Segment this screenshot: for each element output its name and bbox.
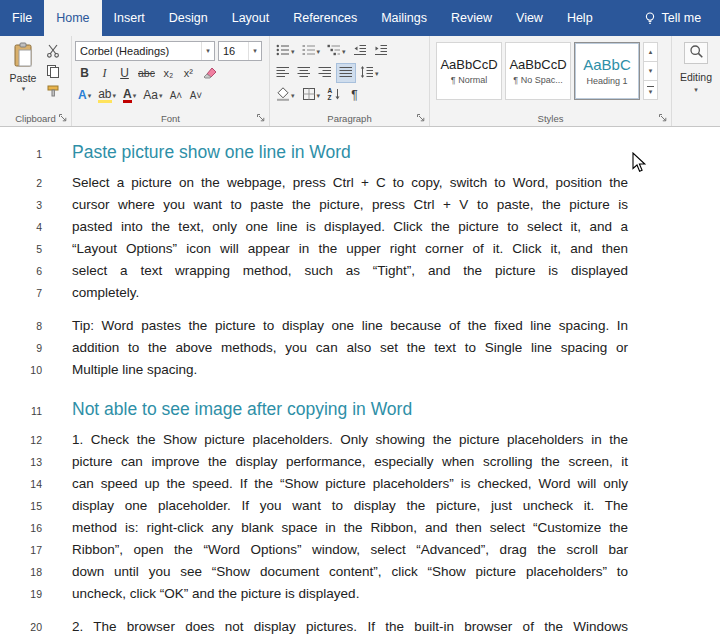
ribbon-tab[interactable]: Insert <box>102 0 157 36</box>
line-text[interactable]: select a text wrapping method, such as “… <box>72 260 628 282</box>
line-number: 11 <box>0 399 42 424</box>
ribbon-tab[interactable]: Mailings <box>369 0 439 36</box>
line-number: 16 <box>0 517 42 539</box>
line-text[interactable]: 1. Check the Show picture placeholders. … <box>72 429 628 451</box>
align-left-button[interactable] <box>273 63 293 83</box>
chevron-down-icon[interactable]: ▾ <box>248 42 261 60</box>
subscript-button[interactable]: x₂ <box>159 63 178 83</box>
justify-button[interactable] <box>336 63 356 83</box>
line-text[interactable]: “Layout Options” icon will appear in the… <box>72 238 628 260</box>
grow-font-button[interactable]: A˄ <box>166 85 185 105</box>
ribbon-tab-label: Home <box>56 11 89 25</box>
change-case-button[interactable]: Aa ▾ <box>140 85 165 105</box>
format-painter-icon <box>46 84 60 101</box>
line-text[interactable]: Multiple line spacing. <box>72 359 628 381</box>
more-styles-icon: ▾ <box>647 86 654 95</box>
borders-button[interactable]: ▾ <box>299 85 324 105</box>
line-spacing-icon <box>360 65 374 82</box>
line-text[interactable]: method is: right-click any blank space i… <box>72 517 628 539</box>
style-item[interactable]: AaBbCcD ¶ No Spac... <box>505 42 571 100</box>
ribbon-tab[interactable]: Layout <box>220 0 282 36</box>
ribbon-tab[interactable]: Home <box>44 0 101 36</box>
increase-indent-button[interactable] <box>371 41 391 61</box>
document-page[interactable]: 1 Paste picture show one line in Word 2 … <box>0 128 720 640</box>
cut-button[interactable] <box>43 44 63 60</box>
styles-scroll-up-button[interactable]: ▴ <box>643 42 658 62</box>
style-name: ¶ Normal <box>451 75 487 85</box>
line-number: 4 <box>0 216 42 238</box>
line-text[interactable]: Tip: Word pastes the picture to display … <box>72 315 628 337</box>
style-item[interactable]: AaBbC Heading 1 <box>574 42 640 100</box>
line-text[interactable]: pasted into the text, only one line is d… <box>72 216 628 238</box>
ribbon-tab[interactable]: Review <box>439 0 504 36</box>
bold-button[interactable]: B <box>75 63 94 83</box>
paste-button[interactable]: Paste ▾ <box>3 40 43 109</box>
line-number: 10 <box>0 359 42 381</box>
document-line: 5 “Layout Options” icon will appear in t… <box>0 238 720 260</box>
font-dialog-launcher[interactable] <box>255 112 267 124</box>
underline-button[interactable]: U <box>115 63 134 83</box>
font-color-button[interactable]: A ▾ <box>120 85 139 105</box>
numbered-list-button[interactable]: ▾ <box>299 41 324 61</box>
chevron-down-icon: ▾ <box>159 92 163 99</box>
ribbon-tab[interactable]: Help <box>555 0 605 36</box>
document-line: 20 2. The browser does not display pictu… <box>0 616 720 638</box>
ribbon-tab[interactable]: File <box>0 0 44 36</box>
lightbulb-icon <box>643 11 657 25</box>
line-text[interactable]: down until you see “Show document conten… <box>72 561 628 583</box>
sort-button[interactable]: AZ <box>324 85 344 105</box>
numbered-list-icon <box>302 43 316 60</box>
line-text[interactable]: picture can improve the display performa… <box>72 451 628 473</box>
shrink-font-button[interactable]: A˅ <box>186 85 205 105</box>
copy-button[interactable] <box>43 64 63 80</box>
tab-tell-me[interactable]: Tell me <box>631 0 714 36</box>
line-text[interactable]: Paste picture show one line in Word <box>72 140 628 165</box>
superscript-button[interactable]: x² <box>179 63 198 83</box>
styles-more-button[interactable]: ▾ <box>643 81 658 100</box>
font-size-combo[interactable]: 16 ▾ <box>218 41 262 61</box>
format-painter-button[interactable] <box>43 84 63 100</box>
line-text[interactable]: Not able to see image after copying in W… <box>72 397 628 422</box>
line-text[interactable]: display one placeholder. If you want to … <box>72 495 628 517</box>
ribbon-tab[interactable]: Design <box>157 0 220 36</box>
line-number: 20 <box>0 616 42 638</box>
chevron-down-icon[interactable]: ▾ <box>201 42 214 60</box>
highlight-color-button[interactable]: ab ▾ <box>95 85 119 105</box>
styles-scroll-down-button[interactable]: ▾ <box>643 62 658 81</box>
line-text[interactable]: can speed up the speed. If the “Show pic… <box>72 473 628 495</box>
style-item[interactable]: AaBbCcD ¶ Normal <box>436 42 502 100</box>
line-spacing-button[interactable]: ▾ <box>357 63 382 83</box>
show-paragraph-marks-button[interactable]: ¶ <box>345 85 364 105</box>
text-effects-button[interactable]: A ▾ <box>75 85 94 105</box>
line-number: 19 <box>0 583 42 605</box>
line-number: 1 <box>0 142 42 167</box>
shading-button[interactable]: ▾ <box>273 85 298 105</box>
align-right-button[interactable] <box>315 63 335 83</box>
decrease-indent-button[interactable] <box>350 41 370 61</box>
paragraph-group: ▾ ▾ ▾ <box>270 36 430 126</box>
ribbon-tab-label: Design <box>169 11 208 25</box>
styles-dialog-launcher[interactable] <box>657 112 669 124</box>
paragraph-dialog-launcher[interactable] <box>415 112 427 124</box>
editing-label[interactable]: Editing <box>680 71 712 83</box>
strikethrough-button[interactable]: abc <box>135 63 158 83</box>
line-text[interactable]: Ribbon”, open the “Word Options” window,… <box>72 539 628 561</box>
line-text[interactable]: Select a picture on the webpage, press C… <box>72 172 628 194</box>
line-text[interactable]: cursor where you want to paste the pictu… <box>72 194 628 216</box>
italic-button[interactable]: I <box>95 63 114 83</box>
bullet-list-button[interactable]: ▾ <box>273 41 298 61</box>
multilevel-list-button[interactable]: ▾ <box>324 41 349 61</box>
clipboard-dialog-launcher[interactable] <box>57 112 69 124</box>
line-text[interactable]: uncheck, click “OK” and the picture is d… <box>72 583 628 605</box>
ribbon-tab[interactable]: References <box>281 0 369 36</box>
font-name-combo[interactable]: Corbel (Headings) ▾ <box>75 41 215 61</box>
clear-formatting-button[interactable] <box>199 63 221 83</box>
line-text[interactable]: 2. The browser does not display pictures… <box>72 616 628 638</box>
line-text[interactable]: addition to the above methods, you can a… <box>72 337 628 359</box>
chevron-down-icon[interactable]: ▾ <box>694 86 698 94</box>
ribbon-tab[interactable]: View <box>504 0 555 36</box>
find-button[interactable] <box>684 42 708 64</box>
text-effects-icon: A <box>78 88 87 102</box>
line-text[interactable]: completely. <box>72 282 628 304</box>
align-center-button[interactable] <box>294 63 314 83</box>
